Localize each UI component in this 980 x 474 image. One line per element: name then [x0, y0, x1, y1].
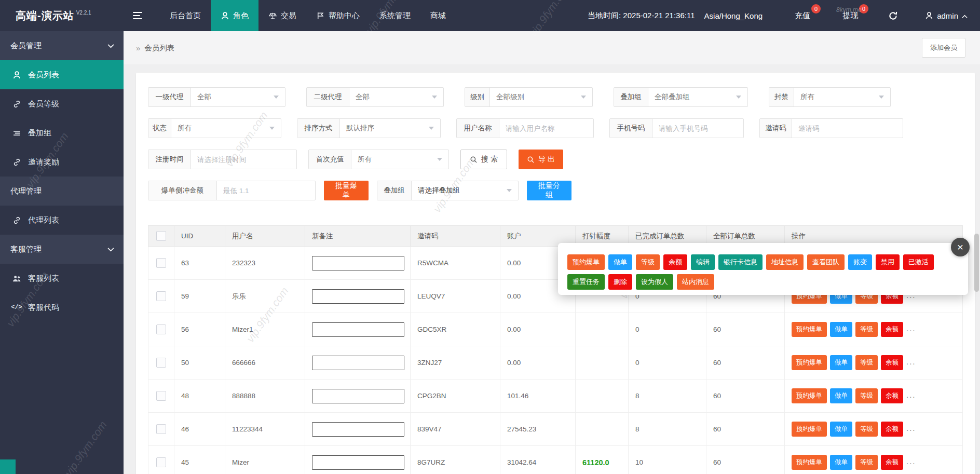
row-checkbox[interactable] — [156, 258, 166, 268]
filter-text-input[interactable] — [499, 119, 593, 138]
filter-select-value[interactable]: 所有 — [351, 150, 448, 169]
filter-select-value[interactable]: 全部级别 — [490, 88, 592, 106]
sidebar-item-1[interactable]: 会员管理 — [0, 31, 124, 60]
filter-select-value[interactable]: 默认排序 — [340, 119, 440, 138]
sidebar-item-4[interactable]: 叠加组 — [0, 118, 124, 147]
sidebar-item-7[interactable]: 代理列表 — [0, 206, 124, 235]
row-action-blue-button[interactable]: 做单 — [830, 455, 852, 470]
filter-select-value[interactable]: 所有 — [171, 119, 281, 138]
user-menu[interactable]: admin — [925, 11, 968, 20]
popup-close-button[interactable]: × — [951, 238, 970, 256]
sidebar-item-8[interactable]: 客服管理 — [0, 235, 124, 264]
filter-text-input[interactable] — [191, 150, 296, 169]
note-input[interactable] — [312, 455, 404, 470]
row-action-orange-button[interactable]: 预约爆单 — [792, 355, 827, 370]
row-action-red-button[interactable]: 余额 — [881, 355, 903, 370]
more-actions[interactable]: ... — [906, 424, 916, 432]
note-input[interactable] — [312, 422, 404, 437]
nav-item-6[interactable]: 商城 — [420, 0, 456, 31]
refresh-icon[interactable] — [888, 11, 898, 21]
filter-select-value[interactable]: 请选择叠加组 — [412, 181, 518, 200]
scrollbar-thumb[interactable] — [974, 234, 979, 292]
note-input[interactable] — [312, 322, 404, 337]
filter-text-input[interactable] — [652, 119, 743, 138]
sidebar-toggle-icon[interactable] — [133, 12, 145, 19]
more-actions[interactable]: ... — [906, 457, 916, 466]
popup-action-button[interactable]: 等级 — [636, 254, 660, 270]
row-action-orange-button[interactable]: 等级 — [855, 355, 878, 370]
popup-action-button[interactable]: 做单 — [608, 254, 632, 270]
row-action-blue-button[interactable]: 做单 — [830, 422, 852, 437]
row-action-red-button[interactable]: 余额 — [881, 322, 903, 337]
popup-action-button[interactable]: 查看团队 — [807, 254, 845, 270]
row-checkbox[interactable] — [156, 291, 166, 301]
row-action-orange-button[interactable]: 等级 — [855, 422, 878, 437]
popup-action-button[interactable]: 设为假人 — [636, 274, 673, 290]
recharge-link[interactable]: 充值 0 — [795, 11, 810, 21]
search-button[interactable]: 搜 索 — [460, 150, 507, 169]
note-input[interactable] — [312, 256, 404, 270]
more-actions[interactable]: ... — [906, 324, 916, 333]
popup-action-button[interactable]: 编辑 — [691, 254, 715, 270]
more-actions[interactable]: ... — [906, 357, 916, 366]
popup-action-button[interactable]: 账变 — [848, 254, 872, 270]
add-member-button[interactable]: 添加会员 — [922, 38, 965, 58]
nav-item-5[interactable]: 系统管理 — [370, 0, 420, 31]
note-input[interactable] — [312, 356, 404, 370]
row-action-orange-button[interactable]: 等级 — [855, 388, 878, 403]
popup-action-button[interactable]: 删除 — [608, 274, 632, 290]
row-action-red-button[interactable]: 余额 — [881, 455, 903, 470]
popup-action-button[interactable]: 站内消息 — [677, 274, 714, 290]
popup-action-button[interactable]: 银行卡信息 — [718, 254, 763, 270]
sidebar-item-3[interactable]: 会员等级 — [0, 89, 124, 118]
popup-action-button[interactable]: 地址信息 — [766, 254, 804, 270]
filter-select-value[interactable]: 所有 — [794, 88, 890, 106]
nav-item-1[interactable]: 后台首页 — [160, 0, 211, 31]
more-actions[interactable]: ... — [906, 390, 916, 399]
popup-action-button[interactable]: 重置任务 — [567, 274, 605, 290]
note-input[interactable] — [312, 289, 404, 304]
row-checkbox[interactable] — [156, 424, 166, 434]
row-action-red-button[interactable]: 余额 — [881, 422, 903, 437]
sidebar-item-2[interactable]: 会员列表 — [0, 60, 124, 89]
nav-item-3[interactable]: 交易 — [258, 0, 306, 31]
row-checkbox[interactable] — [156, 324, 166, 334]
row-action-orange-button[interactable]: 预约爆单 — [792, 322, 827, 337]
row-action-orange-button[interactable]: 等级 — [855, 455, 878, 470]
row-checkbox[interactable] — [156, 391, 166, 401]
nav-item-2[interactable]: 角色 — [211, 0, 258, 31]
row-checkbox[interactable] — [156, 358, 166, 368]
sidebar-item-9[interactable]: 客服列表 — [0, 264, 124, 293]
popup-action-button[interactable]: 余额 — [663, 254, 687, 270]
nav-item-4[interactable]: 帮助中心 — [306, 0, 370, 31]
withdraw-link[interactable]: 提现 0 — [842, 11, 858, 21]
row-checkbox[interactable] — [156, 457, 166, 467]
filter-select-value[interactable]: 全部叠加组 — [648, 88, 747, 106]
sidebar-item-10[interactable]: </>客服代码 — [0, 293, 124, 322]
filter-select-value[interactable]: 全部 — [349, 88, 443, 106]
row-action-orange-button[interactable]: 预约爆单 — [792, 388, 827, 403]
sidebar-item-6[interactable]: 代理管理 — [0, 177, 124, 206]
export-button[interactable]: 导 出 — [519, 150, 563, 169]
row-action-red-button[interactable]: 余额 — [881, 388, 903, 403]
row-action-blue-button[interactable]: 做单 — [830, 322, 852, 337]
batch-group-button[interactable]: 批量分组 — [527, 181, 571, 200]
row-action-orange-button[interactable]: 预约爆单 — [792, 422, 827, 437]
popup-action-button[interactable]: 已激活 — [903, 254, 934, 270]
filter-select-value[interactable]: 全部 — [191, 88, 285, 106]
note-input[interactable] — [312, 389, 404, 403]
sidebar-item-5[interactable]: 邀请奖励 — [0, 147, 124, 177]
popup-action-button[interactable]: 禁用 — [876, 254, 900, 270]
timezone-selector[interactable]: Asia/Hong_Kong — [704, 11, 763, 20]
popup-action-button[interactable]: 预约爆单 — [567, 254, 605, 270]
row-action-blue-button[interactable]: 做单 — [830, 355, 852, 370]
select-all-checkbox[interactable] — [156, 231, 166, 241]
completed-orders-cell: 0 — [629, 313, 706, 346]
filter-text-input[interactable] — [217, 181, 315, 200]
batch-burst-button[interactable]: 批量爆单 — [324, 181, 369, 200]
row-action-blue-button[interactable]: 做单 — [830, 388, 852, 403]
row-action-orange-button[interactable]: 预约爆单 — [792, 455, 827, 470]
row-action-orange-button[interactable]: 等级 — [855, 322, 878, 337]
filter-text-input[interactable] — [792, 119, 903, 138]
column-header: 邀请码 — [411, 226, 500, 247]
